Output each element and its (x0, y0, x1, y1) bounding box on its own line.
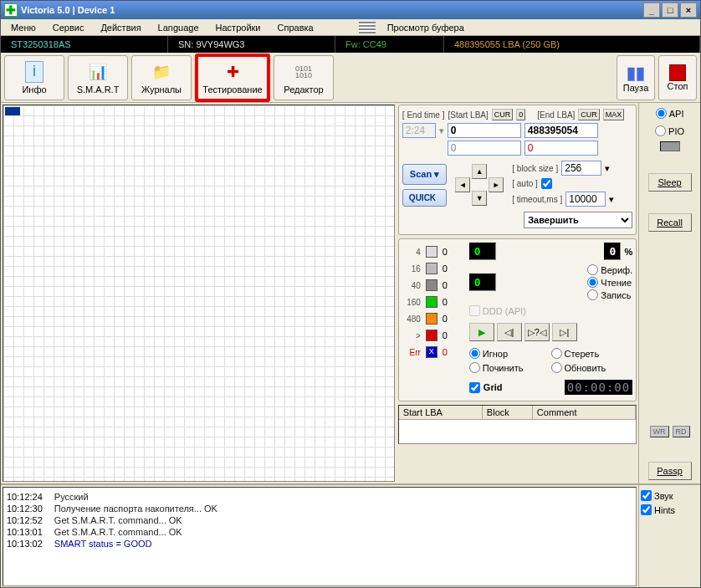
medkit-icon: ✚ (221, 61, 244, 83)
auto-checkbox[interactable] (541, 178, 552, 189)
auto-label: [ auto ] (512, 179, 538, 188)
maximize-button[interactable]: □ (662, 3, 678, 18)
menu-settings[interactable]: Настройки (207, 21, 269, 34)
endtime-field[interactable] (402, 123, 436, 138)
blocksize-field[interactable] (561, 161, 601, 176)
endtime-label: [ End time ] (402, 110, 445, 120)
passp-button[interactable]: Passp (648, 462, 692, 480)
seek-button[interactable]: ▷?◁ (524, 323, 550, 341)
menu-help[interactable]: Справка (269, 21, 322, 34)
col-comment[interactable]: Comment (533, 406, 636, 419)
erase-label: Стереть (565, 349, 600, 359)
quick-button[interactable]: QUICK (402, 189, 447, 207)
fix-radio[interactable] (469, 362, 480, 373)
arrow-right-button[interactable]: ► (489, 177, 504, 192)
menu-bar: Меню Сервис Действия Language Настройки … (1, 19, 700, 36)
wr-button[interactable]: WR (650, 426, 669, 437)
startlba2-field[interactable] (448, 141, 521, 156)
scan-button[interactable]: Scan ▾ (402, 164, 447, 185)
api-radio[interactable] (656, 108, 667, 119)
arrow-left-button[interactable]: ◄ (455, 177, 470, 192)
stop-icon (669, 64, 686, 81)
hints-checkbox[interactable] (641, 504, 652, 515)
write-radio[interactable] (587, 289, 598, 300)
col-block[interactable]: Block (483, 406, 533, 419)
block-160-icon (426, 296, 437, 308)
sound-checkbox[interactable] (641, 490, 652, 501)
v16-value: 0 (443, 263, 448, 274)
test-button[interactable]: ✚ Тестирование (195, 54, 270, 102)
endlba2-field[interactable] (524, 141, 598, 156)
verify-label: Вериф. (601, 265, 632, 275)
erase-radio[interactable] (551, 348, 562, 359)
editor-button[interactable]: 01011010 Редактор (274, 55, 334, 100)
block-480-icon (426, 313, 437, 325)
vgt-value: 0 (443, 330, 448, 340)
menu-language[interactable]: Language (150, 21, 207, 34)
block-40-icon (426, 279, 437, 291)
read-radio[interactable] (587, 277, 598, 288)
menu-buffer[interactable]: Просмотр буфера (379, 21, 473, 34)
zero-button[interactable]: 0 (516, 109, 525, 120)
pio-radio[interactable] (655, 125, 666, 136)
log-button[interactable]: 📁 Журналы (131, 55, 192, 100)
startlba-field[interactable] (448, 123, 521, 138)
col-startlba[interactable]: Start LBA (399, 406, 483, 419)
ignore-radio[interactable] (469, 348, 480, 359)
pause-button[interactable]: ▮▮ Пауза (617, 55, 655, 100)
v4-value: 0 (443, 247, 448, 257)
ddd-checkbox (469, 305, 480, 316)
log-panel[interactable]: 10:12:24Русский10:12:30Получение паспорт… (3, 487, 637, 586)
step-back-button[interactable]: ◁| (497, 323, 522, 341)
sleep-button[interactable]: Sleep (648, 173, 692, 192)
menu-main[interactable]: Меню (3, 21, 44, 34)
refresh-radio[interactable] (551, 362, 562, 373)
endlba-field[interactable] (524, 123, 598, 138)
menu-actions[interactable]: Действия (92, 21, 149, 34)
write-label: Запись (601, 290, 631, 300)
device-info-bar: ST3250318AS SN: 9VY94WG3 Fw: CC49 488395… (1, 36, 700, 53)
test-label: Тестирование (202, 84, 262, 95)
log-label: Журналы (141, 84, 182, 95)
startlba-label: [Start LBA] (448, 110, 488, 120)
v40-value: 0 (443, 280, 448, 290)
play-button[interactable]: ▶ (469, 323, 494, 341)
ddd-label: DDD (API) (483, 306, 526, 316)
rd-button[interactable]: RD (673, 426, 690, 437)
tgt-label: > (402, 331, 421, 340)
recall-button[interactable]: Recall (648, 213, 692, 232)
terr-label: Err (402, 348, 421, 357)
cur-end-button[interactable]: CUR (578, 109, 600, 120)
count-display: 0 (469, 243, 496, 260)
pct-symbol: % (624, 247, 632, 257)
block-16-icon (426, 263, 437, 274)
log-line: 10:13:02SMART status = GOOD (7, 538, 632, 550)
pause-label: Пауза (623, 83, 649, 93)
arrow-up-button[interactable]: ▲ (472, 164, 487, 179)
arrow-down-button[interactable]: ▼ (472, 191, 487, 206)
action-select[interactable]: Завершить (524, 212, 632, 228)
stop-label: Стоп (668, 81, 688, 91)
step-fwd-button[interactable]: ▷| (552, 323, 577, 341)
t480-label: 480 (402, 314, 421, 324)
v480-value: 0 (443, 314, 448, 324)
info-button[interactable]: i Инфо (4, 55, 64, 100)
stop-button[interactable]: Стоп (658, 55, 697, 100)
timeout-field[interactable] (565, 192, 606, 207)
menu-service[interactable]: Сервис (44, 21, 93, 34)
smart-button[interactable]: 📊 S.M.A.R.T (68, 55, 128, 100)
close-button[interactable]: × (680, 3, 697, 18)
nav-arrows: ▲ ▼ ◄ ► (450, 164, 509, 206)
pause-icon: ▮▮ (627, 63, 645, 83)
verify-radio[interactable] (587, 264, 598, 275)
log-line: 10:12:52Get S.M.A.R.T. command... OK (7, 514, 632, 526)
cur-start-button[interactable]: CUR (492, 109, 514, 120)
grid-checkbox[interactable] (469, 382, 480, 393)
pio-label: PIO (668, 126, 684, 136)
log-line: 10:12:30Получение паспорта накопителя...… (7, 503, 632, 514)
max-button[interactable]: MAX (603, 109, 625, 120)
grid-marker (5, 107, 20, 115)
ignore-label: Игнор (483, 349, 508, 359)
block-gt-icon (426, 330, 437, 341)
minimize-button[interactable]: _ (643, 3, 660, 18)
